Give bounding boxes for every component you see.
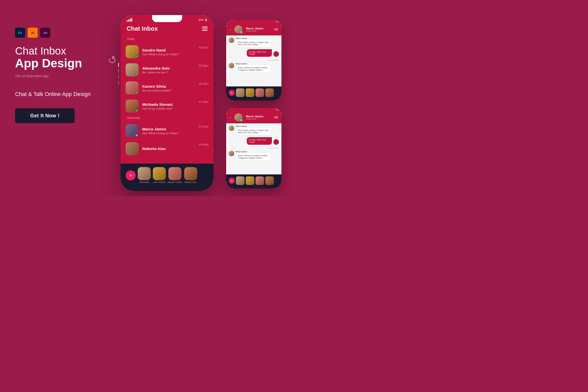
chat-name: Michaela Stevani [142,102,195,107]
chat-inbox-title: Chat Inbox [127,25,158,32]
story-avatar [153,167,166,180]
chat-time: 04.20pm [199,46,209,49]
tool-icons: Ps Ai Xd [15,28,121,38]
avatar [126,100,139,113]
chat-message: Are you serious buddy? [142,89,195,92]
sp-bubble-3: Great ! Where You Want to Meet? I sugges… [236,153,271,161]
small-phone-screen: 54% ‹ Marco James Online Now Marco James [226,20,281,101]
title-light: Chat Inbox [15,45,121,57]
sp-contact-name: Marco James [246,27,264,30]
avatar [126,142,139,155]
small-phone-top: 54% ‹ Marco James Online Now Marco James [226,20,281,101]
sp-delivered-status-2: Delivered 04:00 [229,147,279,149]
chat-item[interactable]: Sandro Nand Hey! What's Going on Today? … [121,43,214,61]
sp-bottom-bar: + [226,86,281,101]
story-row: + Alexandra Aan Fachrul Briyan Furhan Ro… [126,167,209,183]
chat-name: Alexandra Solo [142,66,195,70]
chat-info: Michaela Stevani Can we go outside now? [142,102,195,110]
sp-delivered-status: Delivered 04:00 [229,59,279,61]
sp-menu-icon[interactable] [274,28,278,31]
back-icon[interactable]: ‹ [230,27,231,31]
story-label: Briyan Furhan [168,181,182,183]
sp-story-avatar [265,88,274,97]
sp-sent-avatar-2 [273,139,279,145]
phone-header: Chat Inbox [121,23,214,36]
sp-message-sent-2: All right, What Time Today? [229,137,279,145]
indicator-dot [118,69,119,73]
hamburger-menu-icon[interactable] [202,27,208,31]
left-panel: Ps Ai Xd Chat Inbox App Design The 1# Ch… [15,28,121,123]
main-phone: ✉ 54% 🔋 Chat Inbox Today Sandro Nand [121,15,214,191]
sp-messages: Marco James Hey! What's Going on Today? … [226,35,281,75]
avatar [126,124,139,137]
today-label: Today [121,36,214,43]
sp-add-button-2[interactable]: + [229,178,235,184]
sp-sent-avatar [273,51,279,57]
chat-name: Marco James [142,127,195,131]
battery-icon: 🔋 [205,19,208,21]
story-item[interactable]: Aan Fachrul [153,167,166,183]
chat-item[interactable]: Marco James Hey! What's Going on Today? … [121,122,214,140]
sp-message-received: Marco James Great ! Where You Want to Me… [229,63,279,73]
description: Chat & Talk Online App Design [15,90,121,98]
sp-msg-avatar [229,37,234,43]
sp-bubble-2: Hey! What's Going on Today? How About Ou… [236,128,271,135]
back-icon-2[interactable]: ‹ [230,115,231,119]
sp-bubble: All right, What Time Today? [247,49,272,57]
chat-item[interactable]: Alexandra Solo Bro, where are you ? 03.2… [121,61,214,79]
avatar [126,45,139,58]
sp-menu-icon-2[interactable] [274,116,278,119]
sp-header: ‹ Marco James Online Now [226,23,281,35]
battery-status: 54% 🔋 [199,19,208,21]
add-story-button[interactable]: + [126,170,136,180]
sp-msg-avatar-2 [229,125,234,131]
sp-bubble: Great ! Where You Want to Meet? I sugges… [236,65,271,73]
sp-story-avatar [246,88,254,97]
avatar [126,63,139,76]
sp-sender-name: Marco James [236,63,271,65]
phone-bottom-bar: + Alexandra Aan Fachrul Briyan Furhan Ro… [121,164,214,191]
cta-button[interactable]: Get It Now ! [15,108,75,123]
story-label: Alexandra [139,181,150,183]
indicator-dot [118,75,119,79]
chat-item[interactable]: Kareen Silvia Are you serious buddy? 02.… [121,79,214,97]
online-dot [240,31,242,33]
sp-msg-avatar [229,63,234,68]
sp-sender-name: Marco James [236,37,271,39]
chat-item[interactable]: Michaela Stevani Can we go outside now? … [121,97,214,115]
sp-story-avatar-2 [236,176,244,185]
sp-message-received-3: Marco James Great ! Where You Want to Me… [229,151,279,161]
story-avatar [168,167,181,180]
sp-status-bar: 54% [226,20,281,23]
online-indicator [135,91,138,94]
sp-story-avatar [236,88,244,97]
small-phone-screen-2: 54% ‹ Marco James Online Now Marco James [226,108,281,188]
chat-time: 03.11am [199,125,209,128]
yesterday-label: Yesterday [121,115,214,122]
sp-sender-name-3: Marco James [236,151,271,153]
story-item[interactable]: Robert Kam [184,167,197,183]
chat-info: Alexandra Solo Bro, where are you ? [142,66,195,74]
sp-msg-avatar-3 [229,151,234,156]
phone-notch [152,15,182,22]
sp-sender-name-2: Marco James [236,125,271,127]
sp-bubble-sent-2: All right, What Time Today? [247,137,272,145]
sp-story-avatar [256,88,264,97]
chat-info: Kareen Silvia Are you serious buddy? [142,84,195,92]
offline-indicator [135,134,138,137]
online-indicator [135,73,138,76]
sp-contact-info: Marco James Online Now [246,27,264,32]
sp-add-button[interactable]: + [229,90,235,96]
sp-story-avatar-3 [246,176,254,185]
story-item[interactable]: Briyan Furhan [168,167,182,183]
signal-icon [127,18,132,22]
sp-message-sent: All right, What Time Today? [229,49,279,57]
chat-name: Roberto Irian [142,146,195,151]
small-phone-bottom: 54% ‹ Marco James Online Now Marco James [226,108,281,188]
sp-contact-status: Online Now [246,30,264,32]
sp-story-avatar-5 [265,176,274,185]
story-item[interactable]: Alexandra [138,167,151,183]
chat-item[interactable]: Roberto Irian 04.45am [121,140,214,158]
side-indicators [118,63,119,85]
sp-contact-info-2: Marco James Online Now [246,115,264,120]
